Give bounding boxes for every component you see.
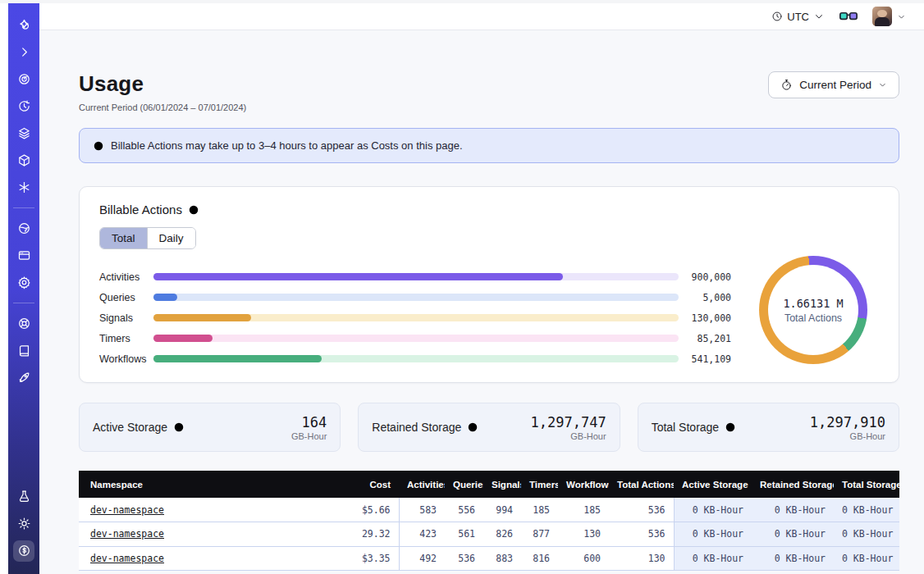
banner-text: Billable Actions may take up to 3–4 hour…	[111, 139, 463, 152]
billable-actions-title-text: Billable Actions	[99, 203, 182, 216]
browser-window-icon[interactable]	[13, 245, 34, 266]
active-storage-card: Active Storage 164 GB-Hour	[79, 403, 341, 452]
timezone-selector[interactable]: UTC	[771, 11, 825, 23]
tab-total[interactable]: Total	[100, 228, 147, 248]
cell-activities: 583	[399, 498, 445, 522]
period-select-button[interactable]: Current Period	[768, 71, 899, 98]
expand-chevron-icon[interactable]	[13, 42, 34, 63]
main-content: Usage Current Period (06/01/2024 – 07/01…	[39, 30, 924, 574]
billable-actions-bar-chart: Activities900,000Queries5,000Signals130,…	[99, 266, 731, 369]
getting-started-rocket-icon	[17, 371, 31, 385]
support-lifebuoy-icon[interactable]	[13, 313, 34, 335]
stopwatch-icon	[780, 79, 793, 91]
tab-daily[interactable]: Daily	[147, 228, 195, 248]
column-header-activities: Activities	[399, 471, 445, 498]
cell-total_actions: 536	[609, 522, 674, 547]
bar-value: 541,109	[679, 353, 731, 365]
column-header-active-storage: Active Storage	[674, 471, 752, 498]
billing-dollar-icon[interactable]	[13, 540, 34, 562]
cell-workflows: 130	[558, 522, 609, 547]
active-storage-label: Active Storage	[93, 421, 185, 434]
cell-total_actions: 130	[609, 546, 674, 571]
nexus-asterisk-icon	[17, 180, 31, 194]
active-storage-unit: GB-Hour	[291, 431, 327, 441]
billing-dollar-icon	[17, 544, 31, 558]
temporal-logo-icon	[17, 18, 31, 32]
sidebar-divider	[13, 207, 34, 208]
namespaces-spiral-icon[interactable]	[13, 69, 34, 90]
cell-workflows: 185	[558, 498, 609, 522]
glasses-icon[interactable]	[839, 10, 858, 23]
getting-started-rocket-icon[interactable]	[13, 367, 34, 389]
theme-sun-icon	[17, 517, 31, 531]
period-button-label: Current Period	[799, 79, 871, 91]
temporal-logo-icon[interactable]	[13, 15, 34, 36]
bar-track	[153, 273, 679, 280]
namespace-link[interactable]: dev-namespace	[90, 553, 164, 564]
page-header: Usage Current Period (06/01/2024 – 07/01…	[79, 71, 899, 112]
total-storage-label: Total Storage	[652, 421, 737, 434]
retained-storage-card: Retained Storage 1,297,747 GB-Hour	[358, 403, 620, 452]
cell-cost: $3.35	[333, 546, 399, 571]
bar-track	[153, 294, 679, 301]
retained-storage-unit: GB-Hour	[531, 431, 606, 441]
bar-value: 900,000	[679, 271, 731, 283]
retained-storage-label: Retained Storage	[372, 421, 478, 434]
billable-actions-title: Billable Actions	[99, 203, 879, 216]
schedules-clock-icon[interactable]	[13, 96, 34, 117]
lab-flask-icon	[17, 490, 31, 503]
nexus-asterisk-icon[interactable]	[13, 177, 34, 198]
settings-gear-icon[interactable]	[13, 272, 34, 294]
layers-stack-icon[interactable]	[13, 123, 34, 144]
bar-track	[153, 355, 679, 362]
support-lifebuoy-icon	[17, 317, 31, 330]
bar-row-activities: Activities900,000	[99, 266, 731, 287]
total-storage-unit: GB-Hour	[810, 431, 885, 441]
bar-row-queries: Queries5,000	[99, 287, 731, 308]
info-icon[interactable]	[725, 421, 736, 433]
usage-globe-icon	[17, 221, 31, 235]
browser-window-icon	[17, 248, 31, 262]
cell-namespace: dev-namespace	[79, 498, 333, 522]
bar-fill	[153, 314, 251, 321]
app-frame: UTC Usage Current Period (06/01/2024 – 0…	[0, 0, 924, 574]
chevron-down-icon	[813, 11, 825, 22]
expand-chevron-icon	[17, 45, 31, 59]
bar-track	[153, 335, 679, 342]
info-icon[interactable]	[188, 204, 199, 216]
docs-book-icon	[17, 344, 31, 358]
theme-sun-icon[interactable]	[13, 513, 34, 535]
namespaces-spiral-icon	[17, 72, 31, 86]
usage-globe-icon[interactable]	[13, 218, 34, 239]
user-menu[interactable]	[872, 7, 906, 26]
bar-label: Workflows	[99, 353, 153, 365]
cell-total_storage: 0 KB-Hour	[834, 522, 899, 547]
info-icon[interactable]	[173, 421, 185, 433]
namespace-link[interactable]: dev-namespace	[90, 504, 164, 516]
cell-timers: 877	[521, 522, 558, 547]
column-header-total-actions: Total Actions	[609, 471, 674, 498]
info-icon[interactable]	[467, 421, 478, 433]
namespace-link[interactable]: dev-namespace	[90, 528, 164, 540]
bar-fill	[153, 294, 177, 301]
column-header-namespace: Namespace	[79, 471, 333, 498]
bar-fill	[153, 355, 322, 362]
lab-flask-icon[interactable]	[13, 486, 34, 508]
bar-value: 130,000	[679, 312, 731, 324]
cell-total_actions: 536	[609, 498, 674, 522]
total-actions-donut-chart: 1.66131 M Total Actions	[759, 256, 867, 364]
cell-active_storage: 0 KB-Hour	[674, 498, 752, 522]
bar-label: Activities	[99, 271, 153, 283]
cell-namespace: dev-namespace	[79, 546, 333, 571]
cell-active_storage: 0 KB-Hour	[674, 546, 752, 571]
page-title: Usage	[79, 71, 246, 97]
column-header-workflows: Workflows	[558, 471, 609, 498]
bar-row-timers: Timers85,201	[99, 328, 731, 348]
deployments-cube-icon[interactable]	[13, 150, 34, 171]
bar-label: Timers	[99, 333, 153, 344]
docs-book-icon[interactable]	[13, 340, 34, 362]
bar-track	[153, 314, 679, 321]
cell-workflows: 600	[558, 546, 609, 571]
current-period-subtitle: Current Period (06/01/2024 – 07/01/2024)	[79, 102, 246, 112]
chevron-down-icon	[878, 80, 887, 89]
